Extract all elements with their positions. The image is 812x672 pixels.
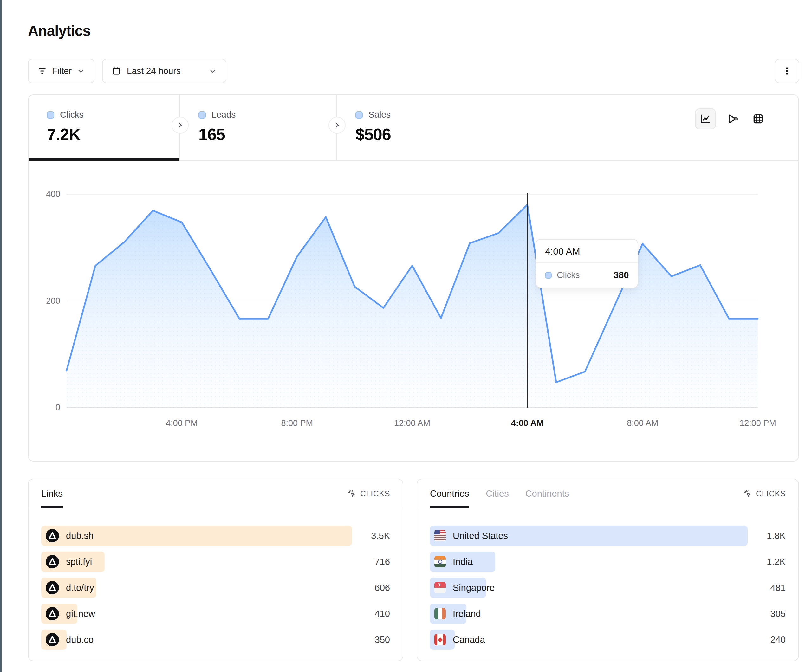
chevron-right-icon [176,121,184,129]
country-row[interactable]: United States 1.8K [430,525,786,546]
x-axis-label: 8:00 PM [281,418,313,428]
filter-label: Filter [52,66,72,76]
window-edge-strip [0,0,2,672]
country-clicks-value: 481 [748,583,786,593]
chevron-down-icon [209,67,217,75]
link-row[interactable]: git.new 410 [41,604,390,624]
country-clicks-value: 1.2K [748,557,786,567]
metric-label: CLICKS [756,489,786,498]
chart-plot-area[interactable] [67,194,758,408]
stats-tab-bar: Clicks 7.2K Leads 165 Sales $506 [29,95,798,161]
link-clicks-value: 716 [352,557,390,567]
countries-panel: Countries Cities Continents CLICKS Unite… [416,479,799,661]
clicks-legend-chip [545,272,552,279]
india-flag-icon [434,556,446,567]
chart-tooltip: 4:00 AM Clicks 380 [536,239,638,288]
date-range-label: Last 24 hours [127,66,181,76]
funnel-chart-icon [727,113,739,125]
country-row[interactable]: Canada 240 [430,629,786,650]
chart-view-toggles [695,108,765,129]
us-flag-icon [434,530,446,541]
crosshair-line [527,193,528,408]
chevron-right-icon [333,121,341,129]
countries-rows: United States 1.8K India 1.2K [417,508,798,650]
leads-legend-chip [198,111,206,119]
line-chart-icon [699,113,711,125]
ireland-flag-icon [434,608,446,619]
country-label: Ireland [453,609,481,619]
dub-logo-icon [46,581,59,594]
x-axis-label: 4:00 PM [166,418,198,428]
link-row[interactable]: spti.fyi 716 [41,551,390,572]
link-row[interactable]: dub.sh 3.5K [41,525,390,546]
tab-continents[interactable]: Continents [525,479,570,508]
tab-links[interactable]: Links [41,479,63,508]
chevron-down-icon [77,67,85,75]
dub-logo-icon [46,529,59,542]
country-label: India [453,557,473,567]
x-axis-label: 12:00 PM [739,418,776,428]
countries-metric-sort[interactable]: CLICKS [743,489,786,498]
links-panel: Links CLICKS dub.sh 3.5K [28,479,403,661]
country-label: United States [453,530,508,541]
y-axis-label: 400 [33,189,60,199]
tab-clicks[interactable]: Clicks 7.2K [29,95,180,160]
dub-logo-icon [46,633,59,646]
link-label: dub.co [66,634,94,645]
canada-flag-icon [434,634,446,645]
more-options-button[interactable] [774,59,799,84]
cursor-click-icon [743,489,752,498]
links-rows: dub.sh 3.5K spti.fyi 716 d [29,508,403,650]
kebab-menu-icon [782,66,792,76]
expand-leads-button[interactable] [329,117,346,134]
clicks-legend-chip [47,111,54,119]
stat-label: Leads [212,110,235,120]
country-clicks-value: 305 [748,609,786,619]
page-title: Analytics [28,22,90,39]
sales-legend-chip [355,111,363,119]
links-panel-header: Links CLICKS [29,479,403,508]
date-range-button[interactable]: Last 24 hours [102,59,226,84]
expand-clicks-button[interactable] [172,117,189,134]
links-metric-sort[interactable]: CLICKS [348,489,390,498]
x-axis-label: 8:00 AM [627,418,658,428]
tooltip-value: 380 [614,270,629,281]
dub-logo-icon [46,607,59,620]
tab-countries[interactable]: Countries [430,479,469,508]
tab-cities[interactable]: Cities [486,479,509,508]
dub-logo-icon [46,555,59,568]
analytics-card: Clicks 7.2K Leads 165 Sales $506 [28,94,799,462]
stat-label: Sales [368,110,391,120]
link-clicks-value: 3.5K [352,530,390,541]
tooltip-time: 4:00 AM [536,240,638,263]
tab-leads[interactable]: Leads 165 [180,95,337,160]
countries-panel-header: Countries Cities Continents CLICKS [417,479,798,508]
filter-button[interactable]: Filter [28,59,94,84]
country-row[interactable]: Singapore 481 [430,578,786,598]
link-row[interactable]: d.to/try 606 [41,578,390,598]
funnel-chart-toggle[interactable] [726,112,741,126]
stat-value: 7.2K [47,125,179,144]
link-row[interactable]: dub.co 350 [41,629,390,650]
y-axis-label: 200 [33,296,60,305]
link-clicks-value: 350 [352,634,390,645]
singapore-flag-icon [434,582,446,594]
table-grid-icon [752,113,764,125]
country-row[interactable]: Ireland 305 [430,604,786,624]
cursor-click-icon [348,489,357,498]
filter-icon [38,66,47,76]
link-label: git.new [66,609,95,619]
link-label: d.to/try [66,583,94,593]
stat-label: Clicks [60,110,84,120]
table-view-toggle[interactable] [751,112,765,126]
stat-value: 165 [198,125,336,144]
country-row[interactable]: India 1.2K [430,551,786,572]
line-chart-toggle[interactable] [695,108,716,129]
country-clicks-value: 1.8K [748,530,786,541]
link-clicks-value: 606 [352,583,390,593]
country-label: Singapore [453,583,495,593]
x-axis-label: 12:00 AM [394,418,430,428]
analytics-page: Analytics Filter Last 24 hours Cl [0,0,812,672]
country-clicks-value: 240 [748,634,786,645]
link-label: dub.sh [66,530,94,541]
